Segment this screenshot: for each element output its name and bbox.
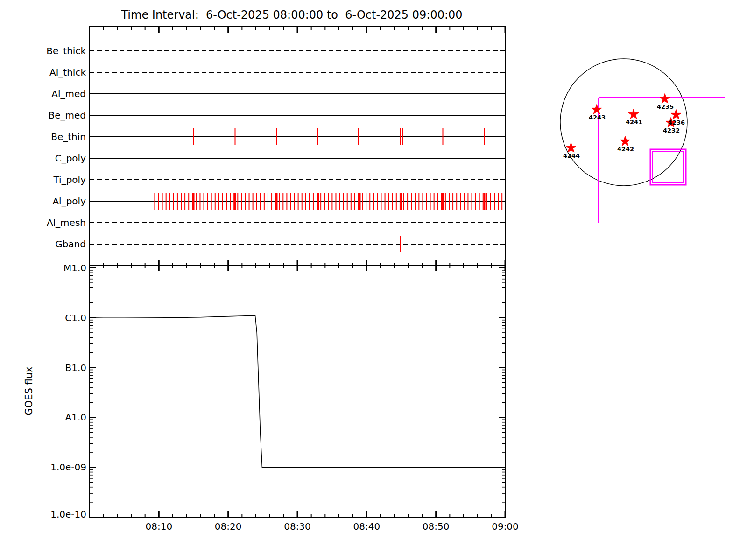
active-region-label: 4235 <box>657 104 674 110</box>
exposure-ticks <box>155 128 505 252</box>
filter-row-lines <box>90 51 505 244</box>
goes-y-tick-label: 1.0e-10 <box>50 510 86 519</box>
filter-row-label-be_med: Be_med <box>48 111 86 120</box>
active-region-star <box>671 110 681 119</box>
time-x-tick-label: 08:50 <box>423 522 450 531</box>
time-x-tick-label: 08:10 <box>146 522 173 531</box>
filter-row-label-c_poly: C_poly <box>55 154 86 163</box>
filter-row-label-al_thick: Al_thick <box>49 68 86 77</box>
filter-row-label-al_med: Al_med <box>51 89 86 98</box>
filter-row-label-al_mesh: Al_mesh <box>47 218 86 227</box>
active-region-label: 4232 <box>663 127 680 133</box>
y-axis-ticks <box>90 268 505 517</box>
active-region-label: 4241 <box>626 119 642 125</box>
goes-y-tick-label: M1.0 <box>63 263 86 273</box>
active-region-star <box>660 94 670 104</box>
active-region-label: 4242 <box>617 146 634 152</box>
time-x-tick-label: 08:40 <box>353 522 381 531</box>
time-x-tick-label: 08:30 <box>284 522 311 531</box>
active-region-label: 4244 <box>563 153 580 159</box>
time-x-tick-label: 09:00 <box>492 522 519 531</box>
xrt-timeline-screen: Time Interval: 6-Oct-2025 08:00:00 to 6-… <box>0 0 747 560</box>
fov-box-inner <box>653 152 684 182</box>
filter-row-label-gband: Gband <box>55 239 86 249</box>
goes-y-tick-label: 1.0e-09 <box>50 462 86 472</box>
active-region-star <box>620 136 630 146</box>
xrt-fov-overlay <box>599 98 725 223</box>
solar-disk-panel <box>560 59 725 223</box>
time-x-tick-label: 08:20 <box>215 522 242 531</box>
goes-y-tick-label: A1.0 <box>65 413 87 422</box>
active-region-star <box>566 143 576 153</box>
panel-axes <box>90 27 505 518</box>
goes-y-tick-label: B1.0 <box>65 363 86 372</box>
fov-box-outer <box>650 149 686 185</box>
x-axis-ticks <box>104 27 505 518</box>
filter-row-label-ti_poly: Ti_poly <box>54 175 86 184</box>
filter-row-label-be_thick: Be_thick <box>46 46 86 56</box>
active-region-label: 4243 <box>589 114 606 120</box>
goes-flux-curve <box>90 315 505 467</box>
active-region-label: 4236 <box>668 119 685 126</box>
goes-y-tick-label: C1.0 <box>65 313 86 322</box>
filter-row-label-al_poly: Al_poly <box>52 196 86 206</box>
active-region-star <box>592 105 602 114</box>
plot-canvas <box>0 0 747 560</box>
active-region-star <box>628 109 639 119</box>
filter-row-label-be_thin: Be_thin <box>51 132 86 141</box>
